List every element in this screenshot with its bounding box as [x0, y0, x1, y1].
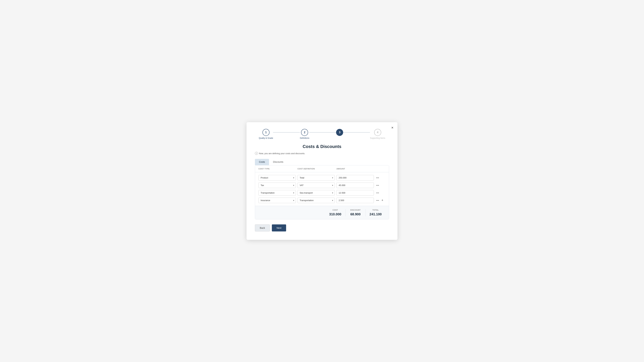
- cost-def-select-1[interactable]: Total: [298, 175, 335, 180]
- table-row: Product Tax Transportation Insurance ▾ V…: [258, 183, 386, 188]
- costs-table: COST TYPE COST DEFINITION AMOUNT Product…: [255, 165, 389, 219]
- cost-type-select-2[interactable]: Product Tax Transportation Insurance: [258, 183, 296, 188]
- tab-costs[interactable]: Costs: [255, 159, 269, 165]
- back-button[interactable]: Back: [255, 224, 270, 231]
- cost-type-select-wrap-1: Product Tax Transportation Insurance ▾: [258, 175, 296, 180]
- modal: × 1 Quality & Grade 2 Definitions 3 4: [246, 122, 398, 240]
- stepper: 1 Quality & Grade 2 Definitions 3 4 Supp…: [255, 129, 389, 139]
- summary-cost: COST 310.000: [325, 209, 345, 216]
- row-actions-4: ••• +: [376, 198, 386, 202]
- close-button[interactable]: ×: [391, 125, 394, 130]
- total-value: 241.100: [369, 212, 382, 216]
- row-actions-1: •••: [376, 176, 386, 179]
- summary-grid: COST 310.000 DISCOUNT 68.900 TOTAL 241.1…: [258, 209, 386, 216]
- step-1: 1 Quality & Grade: [259, 129, 273, 139]
- step-3-circle: 3: [336, 129, 343, 136]
- table-header: COST TYPE COST DEFINITION AMOUNT: [255, 165, 389, 172]
- step-2: 2 Definitions: [300, 129, 309, 139]
- step-line-1: [273, 132, 300, 133]
- footer-buttons: Back Next: [255, 224, 389, 231]
- step-1-circle: 1: [262, 129, 270, 136]
- row-menu-button-1[interactable]: •••: [376, 176, 380, 179]
- table-body: Product Tax Transportation Insurance ▾ T…: [255, 172, 389, 206]
- summary-discount: DISCOUNT 68.900: [345, 209, 366, 216]
- row-actions-2: •••: [376, 184, 386, 187]
- cost-def-select-2[interactable]: VAT: [298, 183, 335, 188]
- cost-label: COST: [328, 209, 342, 211]
- info-text: Now, you are defining your costs and dis…: [259, 152, 305, 155]
- step-3: 3: [336, 129, 343, 137]
- amount-input-3[interactable]: [336, 190, 374, 196]
- cost-type-select-4[interactable]: Product Tax Transportation Insurance: [258, 198, 296, 203]
- discount-label: DISCOUNT: [349, 209, 362, 211]
- page-title: Costs & Discounts: [255, 144, 389, 149]
- cost-type-select-wrap-3: Product Tax Transportation Insurance ▾: [258, 190, 296, 196]
- cost-type-select-wrap-2: Product Tax Transportation Insurance ▾: [258, 183, 296, 188]
- step-1-label: Quality & Grade: [259, 137, 273, 139]
- step-4-label: Supporting Items: [370, 137, 385, 139]
- cost-value: 310.000: [328, 212, 342, 216]
- cost-type-select-3[interactable]: Product Tax Transportation Insurance: [258, 190, 296, 196]
- row-menu-button-2[interactable]: •••: [376, 184, 380, 187]
- step-4-circle: 4: [374, 129, 381, 136]
- cost-def-select-wrap-3: Sea transport ▾: [298, 190, 335, 196]
- cost-def-select-wrap-4: Transportation ▾: [298, 198, 335, 203]
- cost-type-select-1[interactable]: Product Tax Transportation Insurance: [258, 175, 296, 180]
- table-row: Product Tax Transportation Insurance ▾ T…: [258, 198, 386, 203]
- col-cost-definition: COST DEFINITION: [298, 168, 336, 170]
- step-4: 4 Supporting Items: [370, 129, 385, 139]
- cost-def-select-3[interactable]: Sea transport: [298, 190, 335, 196]
- step-2-label: Definitions: [300, 137, 309, 139]
- amount-input-2[interactable]: [336, 183, 374, 188]
- cost-def-select-wrap-1: Total ▾: [298, 175, 335, 180]
- amount-input-1[interactable]: [336, 175, 374, 180]
- step-line-2: [309, 132, 336, 133]
- table-row: Product Tax Transportation Insurance ▾ S…: [258, 190, 386, 196]
- table-row: Product Tax Transportation Insurance ▾ T…: [258, 175, 386, 180]
- add-row-button[interactable]: +: [381, 198, 384, 202]
- summary-total: TOTAL 241.100: [366, 209, 386, 216]
- next-button[interactable]: Next: [272, 224, 286, 231]
- info-icon: i: [255, 152, 258, 155]
- col-amount: AMOUNT: [336, 168, 376, 170]
- step-2-circle: 2: [301, 129, 308, 136]
- info-line: i Now, you are defining your costs and d…: [255, 152, 389, 155]
- total-label: TOTAL: [369, 209, 382, 211]
- amount-input-4[interactable]: [336, 198, 374, 203]
- row-menu-button-4[interactable]: •••: [376, 199, 380, 202]
- cost-def-select-4[interactable]: Transportation: [298, 198, 335, 203]
- row-menu-button-3[interactable]: •••: [376, 191, 380, 195]
- cost-type-select-wrap-4: Product Tax Transportation Insurance ▾: [258, 198, 296, 203]
- tabs: Costs Discounts: [255, 159, 389, 165]
- col-cost-type: COST TYPE: [258, 168, 298, 170]
- tab-discounts[interactable]: Discounts: [269, 159, 287, 165]
- row-actions-3: •••: [376, 191, 386, 195]
- discount-value: 68.900: [349, 212, 362, 216]
- summary-section: COST 310.000 DISCOUNT 68.900 TOTAL 241.1…: [255, 206, 389, 219]
- step-line-3: [343, 132, 370, 133]
- cost-def-select-wrap-2: VAT ▾: [298, 183, 335, 188]
